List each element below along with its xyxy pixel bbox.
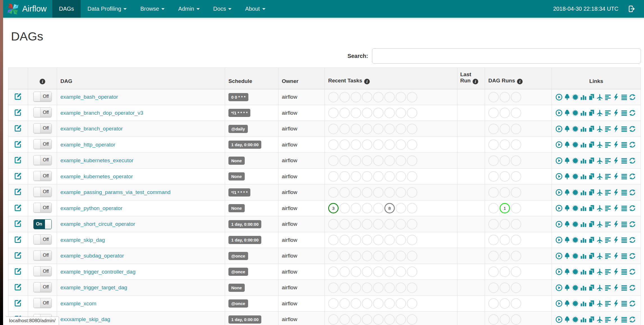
nav-item-browse[interactable]: Browse (133, 0, 171, 18)
logs-icon[interactable] (621, 300, 628, 307)
logs-icon[interactable] (621, 157, 628, 164)
dag-run-circle[interactable] (488, 92, 499, 102)
gantt-view-icon[interactable] (604, 141, 611, 148)
task-tries-icon[interactable] (588, 221, 595, 228)
trigger-dag-icon[interactable] (555, 268, 563, 275)
edit-dag-icon[interactable] (14, 251, 22, 259)
dag-pause-toggle[interactable]: Off (33, 123, 52, 133)
logs-icon[interactable] (621, 141, 628, 148)
tasks-duration-icon[interactable] (580, 300, 587, 307)
recent-task-circle[interactable] (407, 155, 417, 166)
dag-run-circle[interactable] (511, 267, 521, 277)
edit-dag-icon[interactable] (14, 220, 22, 227)
airflow-brand[interactable]: Airflow (3, 0, 52, 18)
edit-dag-icon[interactable] (14, 140, 22, 148)
edit-dag-icon[interactable] (14, 92, 22, 100)
recent-task-circle[interactable] (362, 267, 372, 277)
dag-run-circle[interactable] (488, 171, 499, 182)
dag-link[interactable]: example_branch_dop_operator_v3 (60, 110, 143, 116)
recent-task-circle[interactable] (396, 298, 406, 309)
tree-view-icon[interactable] (564, 189, 571, 196)
edit-dag-icon[interactable] (14, 236, 22, 243)
info-icon[interactable]: i (473, 79, 478, 84)
graph-view-icon[interactable] (572, 284, 579, 291)
landing-times-icon[interactable] (596, 94, 603, 101)
recent-task-circle[interactable] (396, 108, 406, 118)
recent-task-circle[interactable] (351, 219, 361, 229)
recent-task-circle[interactable] (384, 124, 395, 134)
tasks-duration-icon[interactable] (580, 189, 587, 196)
recent-task-circle[interactable] (351, 171, 361, 182)
recent-task-circle[interactable] (351, 155, 361, 166)
dag-pause-toggle[interactable]: Off (33, 92, 52, 101)
recent-task-circle[interactable] (362, 314, 372, 325)
gantt-view-icon[interactable] (604, 252, 611, 259)
logs-icon[interactable] (621, 316, 628, 323)
tree-view-icon[interactable] (564, 236, 571, 243)
nav-item-about[interactable]: About (238, 0, 272, 18)
graph-view-icon[interactable] (572, 94, 579, 101)
edit-dag-icon[interactable] (14, 299, 22, 307)
recent-task-circle[interactable] (339, 124, 350, 134)
trigger-dag-icon[interactable] (555, 109, 563, 116)
dag-pause-toggle[interactable]: Off (33, 250, 52, 260)
dag-run-circle[interactable] (488, 298, 499, 309)
recent-task-circle[interactable] (351, 298, 361, 309)
edit-dag-icon[interactable] (14, 188, 22, 195)
task-tries-icon[interactable] (588, 300, 595, 307)
refresh-icon[interactable] (629, 221, 636, 228)
trigger-dag-icon[interactable] (555, 252, 563, 259)
code-view-icon[interactable] (613, 189, 620, 196)
dag-run-circle[interactable] (511, 314, 521, 325)
recent-task-circle[interactable] (396, 219, 406, 229)
recent-task-circle[interactable] (373, 203, 384, 213)
recent-task-circle[interactable] (328, 187, 339, 198)
recent-task-circle[interactable] (362, 92, 372, 102)
dag-run-circle[interactable] (500, 139, 510, 150)
graph-view-icon[interactable] (572, 157, 579, 164)
graph-view-icon[interactable] (572, 316, 579, 323)
dag-link[interactable]: example_skip_dag (60, 237, 105, 243)
dag-run-circle[interactable] (511, 171, 521, 182)
code-view-icon[interactable] (613, 236, 620, 243)
recent-task-circle[interactable] (396, 124, 406, 134)
gantt-view-icon[interactable] (604, 205, 611, 212)
recent-task-circle[interactable] (373, 283, 384, 293)
dag-link[interactable]: example_subdag_operator (60, 253, 124, 259)
tasks-duration-icon[interactable] (580, 236, 587, 243)
dag-run-circle[interactable] (488, 267, 499, 277)
recent-task-circle[interactable]: 8 (384, 203, 395, 213)
dag-pause-toggle[interactable]: Off (33, 282, 52, 292)
edit-dag-icon[interactable] (14, 283, 22, 291)
recent-task-circle[interactable] (339, 187, 350, 198)
gantt-view-icon[interactable] (604, 189, 611, 196)
graph-view-icon[interactable] (572, 141, 579, 148)
recent-task-circle[interactable] (396, 171, 406, 182)
refresh-icon[interactable] (629, 94, 636, 101)
tree-view-icon[interactable] (564, 109, 571, 116)
code-view-icon[interactable] (613, 284, 620, 291)
recent-task-circle[interactable] (339, 267, 350, 277)
refresh-icon[interactable] (629, 157, 636, 164)
gantt-view-icon[interactable] (604, 94, 611, 101)
dag-run-circle[interactable] (500, 187, 510, 198)
recent-task-circle[interactable] (396, 203, 406, 213)
task-tries-icon[interactable] (588, 284, 595, 291)
recent-task-circle[interactable] (328, 251, 339, 261)
recent-task-circle[interactable] (362, 171, 372, 182)
recent-task-circle[interactable] (373, 314, 384, 325)
tasks-duration-icon[interactable] (580, 94, 587, 101)
tasks-duration-icon[interactable] (580, 125, 587, 132)
dag-pause-toggle[interactable]: Off (33, 107, 52, 117)
dag-run-circle[interactable] (488, 251, 499, 261)
graph-view-icon[interactable] (572, 268, 579, 275)
landing-times-icon[interactable] (596, 125, 603, 132)
code-view-icon[interactable] (613, 94, 620, 101)
dag-run-circle[interactable] (488, 124, 499, 134)
recent-task-circle[interactable] (373, 124, 384, 134)
trigger-dag-icon[interactable] (555, 236, 563, 243)
dag-run-circle[interactable] (488, 203, 499, 213)
tasks-duration-icon[interactable] (580, 109, 587, 116)
code-view-icon[interactable] (613, 316, 620, 323)
info-icon[interactable]: i (364, 79, 370, 84)
